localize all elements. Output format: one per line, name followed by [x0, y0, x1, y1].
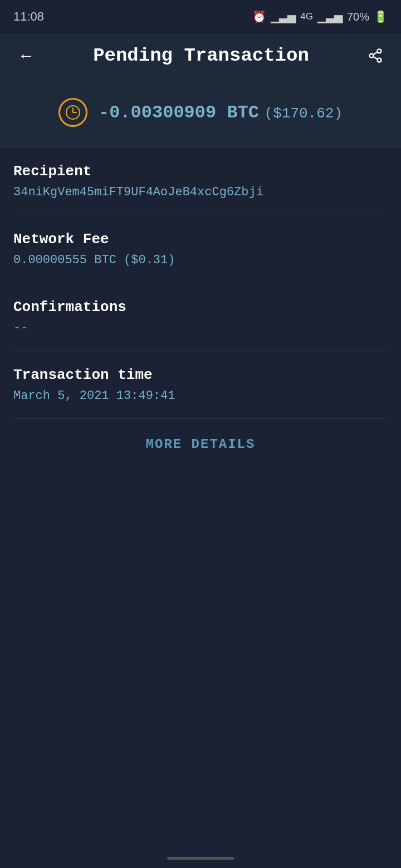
share-button[interactable]: [363, 43, 388, 68]
transaction-details: Recipient 34niKgVem45miFT9UF4AoJeB4xcCg6…: [0, 147, 401, 419]
more-details-button[interactable]: MORE DETAILS: [146, 437, 256, 452]
battery-icon: 🔋: [374, 10, 388, 23]
transaction-time-row: Transaction time March 5, 2021 13:49:41: [13, 351, 388, 419]
transaction-time-value: March 5, 2021 13:49:41: [13, 389, 388, 403]
amount-btc: -0.00300909 BTC: [99, 102, 259, 123]
svg-line-3: [373, 57, 378, 60]
battery-text: 70%: [347, 11, 369, 23]
network-fee-value: 0.00000555 BTC ($0.31): [13, 253, 388, 267]
bottom-nav-bar: [0, 848, 401, 868]
amount-usd: ($170.62): [265, 105, 343, 122]
page-title: Pending Transaction: [93, 45, 309, 66]
status-bar: 11:08 ⏰ ▁▃▅ 4G ▁▃▅ 70% 🔋: [0, 0, 401, 33]
svg-line-4: [373, 52, 378, 55]
signal-icon: ▁▃▅: [271, 10, 296, 23]
app-bar: ← Pending Transaction: [0, 33, 401, 78]
confirmations-row: Confirmations --: [13, 283, 388, 351]
recipient-address: 34niKgVem45miFT9UF4AoJeB4xcCg6Zbji: [13, 185, 388, 199]
network-fee-row: Network Fee 0.00000555 BTC ($0.31): [13, 215, 388, 283]
recipient-row: Recipient 34niKgVem45miFT9UF4AoJeB4xcCg6…: [13, 147, 388, 215]
share-icon: [368, 48, 383, 63]
clock-svg: [64, 103, 82, 121]
network-type-icon: 4G: [300, 11, 313, 22]
amount-display: -0.00300909 BTC ($170.62): [99, 102, 343, 123]
bottom-home-indicator: [167, 857, 234, 860]
status-icons: ⏰ ▁▃▅ 4G ▁▃▅ 70% 🔋: [252, 10, 388, 23]
more-details-section: MORE DETAILS: [0, 419, 401, 470]
amount-section: -0.00300909 BTC ($170.62): [0, 78, 401, 147]
back-button[interactable]: ←: [13, 42, 39, 70]
transaction-time-label: Transaction time: [13, 367, 388, 383]
alarm-icon: ⏰: [252, 10, 266, 23]
confirmations-label: Confirmations: [13, 299, 388, 315]
signal2-icon: ▁▃▅: [317, 10, 343, 23]
recipient-label: Recipient: [13, 163, 388, 180]
pending-clock-icon: [58, 98, 87, 127]
confirmations-value: --: [13, 321, 388, 335]
network-fee-label: Network Fee: [13, 231, 388, 248]
status-time: 11:08: [13, 9, 44, 24]
